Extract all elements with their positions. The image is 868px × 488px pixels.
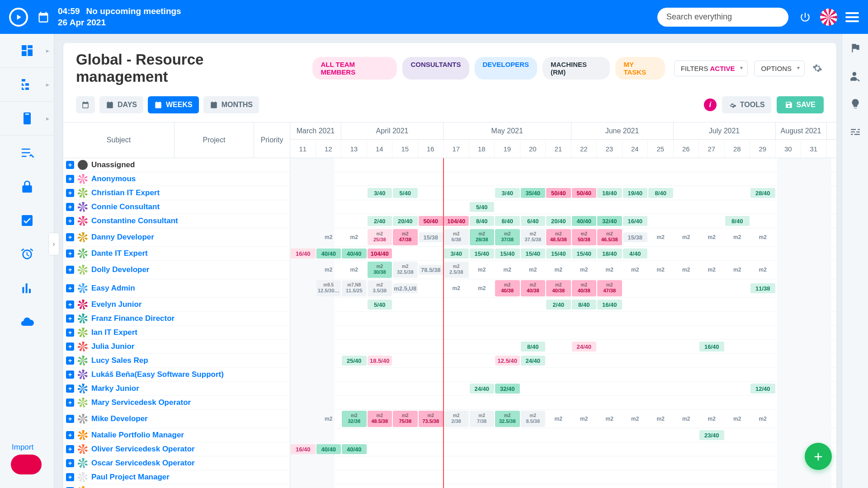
allocation-cell[interactable]: 11/38 xyxy=(750,279,776,297)
allocation-cell[interactable] xyxy=(571,396,597,409)
allocation-cell[interactable]: 78.5/38 xyxy=(418,261,444,279)
allocation-badge[interactable]: 50/40 xyxy=(572,188,597,198)
allocation-cell[interactable] xyxy=(316,428,342,442)
allocation-cell[interactable] xyxy=(623,396,648,409)
allocation-cell[interactable] xyxy=(623,158,648,172)
allocation-badge[interactable]: 2/40 xyxy=(368,216,392,226)
allocation-badge[interactable]: 8/40 xyxy=(470,216,495,226)
allocation-cell[interactable] xyxy=(674,382,699,395)
allocation-cell[interactable] xyxy=(801,368,827,381)
allocation-badge[interactable]: 40/40 xyxy=(316,444,341,454)
allocation-cell[interactable] xyxy=(495,340,520,353)
allocation-cell[interactable] xyxy=(546,396,571,409)
allocation-cell[interactable] xyxy=(648,354,674,367)
allocation-badge[interactable]: 15/38 xyxy=(419,232,443,242)
allocation-cell[interactable] xyxy=(750,312,776,325)
allocation-badge[interactable]: 3/40 xyxy=(495,188,520,198)
allocation-cell[interactable] xyxy=(597,200,623,214)
allocation-cell[interactable] xyxy=(443,442,469,456)
allocation-cell[interactable] xyxy=(520,368,546,381)
allocation-cell[interactable] xyxy=(699,396,725,409)
allocation-cell[interactable]: m232.5/38 xyxy=(392,261,418,279)
allocation-cell[interactable] xyxy=(725,428,750,442)
allocation-cell[interactable] xyxy=(623,298,648,311)
allocation-cell[interactable] xyxy=(674,172,699,186)
sidebar-tree-icon[interactable]: ▸ xyxy=(0,68,54,102)
allocation-cell[interactable] xyxy=(801,484,827,488)
user-name-link[interactable]: Evelyn Junior xyxy=(91,300,142,309)
allocation-cell[interactable]: 5/40 xyxy=(367,298,393,311)
allocation-cell[interactable] xyxy=(290,484,316,488)
allocation-cell[interactable]: m247/38 xyxy=(597,279,623,297)
allocation-cell[interactable] xyxy=(674,354,699,367)
allocation-badge[interactable]: m2 xyxy=(342,265,367,275)
allocation-cell[interactable]: 16/40 xyxy=(623,214,648,228)
user-name-link[interactable]: Lukáš Beňa(Easy Software Support) xyxy=(91,370,224,379)
allocation-cell[interactable]: m225/38 xyxy=(367,228,393,246)
allocation-cell[interactable] xyxy=(392,428,418,442)
sidebar-check-icon[interactable] xyxy=(0,136,54,169)
allocation-cell[interactable] xyxy=(674,312,699,325)
allocation-cell[interactable] xyxy=(648,470,674,484)
allocation-cell[interactable] xyxy=(469,484,495,488)
allocation-badge[interactable]: 15/38 xyxy=(623,232,648,242)
allocation-cell[interactable] xyxy=(392,158,418,172)
allocation-cell[interactable] xyxy=(623,428,648,442)
allocation-badge[interactable]: m2 xyxy=(674,265,699,275)
allocation-cell[interactable] xyxy=(571,484,597,488)
allocation-cell[interactable]: 20/40 xyxy=(392,214,418,228)
allocation-cell[interactable]: m2 xyxy=(674,228,699,246)
allocation-cell[interactable] xyxy=(776,396,802,409)
allocation-cell[interactable] xyxy=(495,470,520,484)
allocation-badge[interactable]: 19/40 xyxy=(623,188,648,198)
allocation-cell[interactable] xyxy=(469,428,495,442)
allocation-cell[interactable] xyxy=(392,470,418,484)
allocation-badge[interactable]: 5/40 xyxy=(470,202,495,212)
allocation-badge[interactable]: m250/38 xyxy=(572,229,597,245)
allocation-badge[interactable]: m28.5/38 xyxy=(521,411,546,427)
allocation-cell[interactable] xyxy=(520,396,546,409)
allocation-cell[interactable]: m2 xyxy=(546,410,571,428)
allocation-badge[interactable]: m237/38 xyxy=(495,229,520,245)
allocation-cell[interactable] xyxy=(367,312,393,325)
allocation-cell[interactable] xyxy=(316,340,342,353)
allocation-cell[interactable]: m246.5/38 xyxy=(597,228,623,246)
allocation-cell[interactable] xyxy=(571,428,597,442)
allocation-badge[interactable]: m240/38 xyxy=(546,280,571,296)
allocation-cell[interactable]: 15/40 xyxy=(571,247,597,260)
allocation-cell[interactable] xyxy=(699,247,725,260)
allocation-cell[interactable]: m2 xyxy=(725,228,750,246)
allocation-cell[interactable]: m2 xyxy=(699,261,725,279)
allocation-cell[interactable] xyxy=(367,382,393,395)
allocation-badge[interactable]: m240/38 xyxy=(572,280,597,296)
allocation-cell[interactable] xyxy=(392,456,418,470)
allocation-cell[interactable] xyxy=(801,428,827,442)
allocation-cell[interactable]: m2 xyxy=(648,261,674,279)
allocation-badge[interactable]: m248.5/38 xyxy=(546,229,571,245)
allocation-cell[interactable] xyxy=(316,484,342,488)
allocation-cell[interactable]: m2 xyxy=(750,410,776,428)
allocation-cell[interactable] xyxy=(546,158,571,172)
allocation-cell[interactable]: m2 xyxy=(443,279,469,297)
allocation-badge[interactable]: m2.5,U8 xyxy=(393,283,418,293)
allocation-cell[interactable]: 28/40 xyxy=(750,186,776,200)
user-name-link[interactable]: Christian IT Expert xyxy=(91,188,160,197)
allocation-cell[interactable] xyxy=(801,158,827,172)
allocation-cell[interactable] xyxy=(546,428,571,442)
expand-icon[interactable]: + xyxy=(66,357,74,365)
allocation-cell[interactable] xyxy=(341,214,367,228)
allocation-badge[interactable]: 8/40 xyxy=(648,188,673,198)
allocation-cell[interactable]: 50/40 xyxy=(571,186,597,200)
sidebar-chart-icon[interactable] xyxy=(0,271,54,305)
user-name-link[interactable]: Mary Servicedesk Operator xyxy=(91,398,191,407)
allocation-badge[interactable]: m2 xyxy=(725,265,750,275)
expand-icon[interactable]: + xyxy=(66,371,74,379)
allocation-cell[interactable] xyxy=(699,172,725,186)
allocation-cell[interactable] xyxy=(725,186,750,200)
allocation-cell[interactable] xyxy=(469,470,495,484)
expand-icon[interactable]: + xyxy=(66,459,74,467)
power-icon[interactable] xyxy=(798,10,812,24)
allocation-cell[interactable]: 5/40 xyxy=(392,186,418,200)
allocation-cell[interactable] xyxy=(520,172,546,186)
allocation-badge[interactable]: 40/40 xyxy=(316,249,341,258)
